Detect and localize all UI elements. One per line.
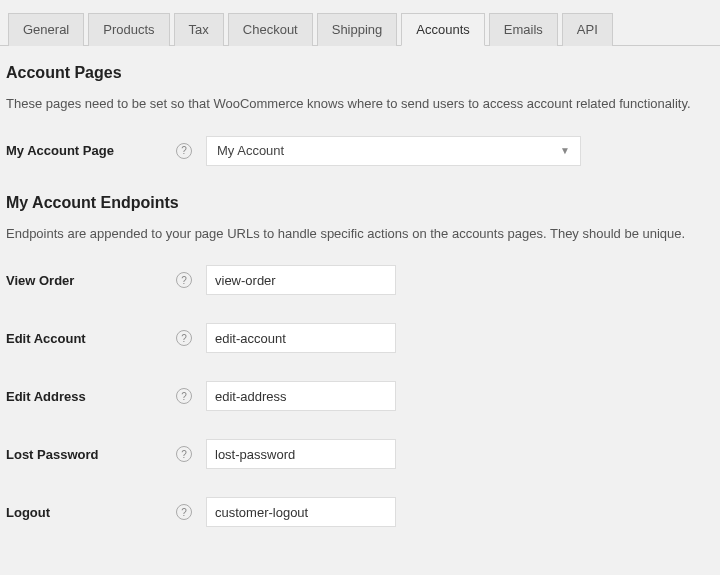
tab-products[interactable]: Products [88,13,169,46]
help-icon[interactable]: ? [176,330,192,346]
tab-accounts[interactable]: Accounts [401,13,484,46]
select-my-account-page[interactable]: My Account ▼ [206,136,581,166]
label-text: Lost Password [6,447,98,462]
label-text: Logout [6,505,50,520]
label-my-account-page: My Account Page ? [6,143,206,159]
row-edit-address: Edit Address ? [6,381,714,411]
label-text: My Account Page [6,143,114,158]
section-description-endpoints: Endpoints are appended to your page URLs… [6,224,714,244]
label-edit-address: Edit Address ? [6,388,206,404]
input-edit-address[interactable] [206,381,396,411]
tab-tax[interactable]: Tax [174,13,224,46]
tab-emails[interactable]: Emails [489,13,558,46]
help-icon[interactable]: ? [176,504,192,520]
tab-shipping[interactable]: Shipping [317,13,398,46]
label-text: Edit Account [6,331,86,346]
input-logout[interactable] [206,497,396,527]
label-edit-account: Edit Account ? [6,330,206,346]
input-edit-account[interactable] [206,323,396,353]
row-logout: Logout ? [6,497,714,527]
help-icon[interactable]: ? [176,388,192,404]
settings-tabs: General Products Tax Checkout Shipping A… [0,0,720,46]
label-lost-password: Lost Password ? [6,446,206,462]
label-view-order: View Order ? [6,272,206,288]
input-view-order[interactable] [206,265,396,295]
row-lost-password: Lost Password ? [6,439,714,469]
tab-api[interactable]: API [562,13,613,46]
row-my-account-page: My Account Page ? My Account ▼ [6,136,714,166]
section-heading-account-pages: Account Pages [6,64,714,82]
label-text: Edit Address [6,389,86,404]
help-icon[interactable]: ? [176,272,192,288]
help-icon[interactable]: ? [176,446,192,462]
input-lost-password[interactable] [206,439,396,469]
tab-general[interactable]: General [8,13,84,46]
help-icon[interactable]: ? [176,143,192,159]
section-heading-endpoints: My Account Endpoints [6,194,714,212]
select-value: My Account [217,143,284,158]
section-description-account-pages: These pages need to be set so that WooCo… [6,94,714,114]
tab-checkout[interactable]: Checkout [228,13,313,46]
row-view-order: View Order ? [6,265,714,295]
row-edit-account: Edit Account ? [6,323,714,353]
settings-content: Account Pages These pages need to be set… [0,46,720,561]
label-logout: Logout ? [6,504,206,520]
chevron-down-icon: ▼ [560,145,570,156]
label-text: View Order [6,273,74,288]
